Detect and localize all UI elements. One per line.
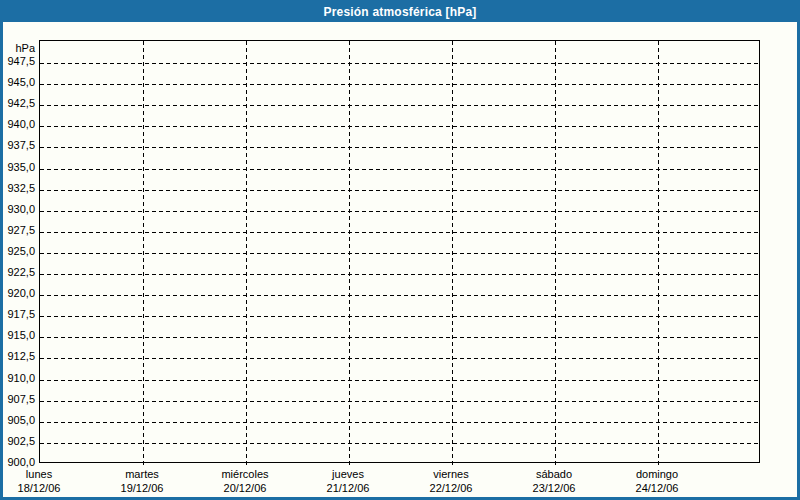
h-gridline: [40, 316, 759, 317]
day-date: 23/12/06: [502, 482, 606, 495]
y-tick-label: 937,5: [3, 139, 35, 151]
h-gridline: [40, 253, 759, 254]
y-tick-label: 940,0: [3, 118, 35, 130]
x-tick-label: jueves21/12/06: [296, 468, 400, 495]
day-name: viernes: [399, 468, 503, 481]
y-tick-label: 905,0: [3, 414, 35, 426]
y-tick-label: 945,0: [3, 76, 35, 88]
pressure-chart-widget: Presión atmosférica [hPa] hPa 947,5945,0…: [0, 0, 800, 500]
h-gridline: [40, 147, 759, 148]
x-tick-label: martes19/12/06: [90, 468, 194, 495]
y-tick-label: 917,5: [3, 308, 35, 320]
x-tick-label: viernes22/12/06: [399, 468, 503, 495]
y-tick-label: 947,5: [3, 55, 35, 67]
chart-title: Presión atmosférica [hPa]: [323, 5, 476, 19]
day-name: martes: [90, 468, 194, 481]
h-gridline: [40, 105, 759, 106]
v-gridline: [349, 41, 350, 468]
y-tick-label: 925,0: [3, 245, 35, 257]
v-gridline: [658, 41, 659, 468]
h-gridline: [40, 422, 759, 423]
chart-area: hPa 947,5945,0942,5940,0937,5935,0932,59…: [3, 22, 797, 497]
day-date: 19/12/06: [90, 482, 194, 495]
y-tick-label: 922,5: [3, 266, 35, 278]
y-tick-label: 942,5: [3, 97, 35, 109]
h-gridline: [40, 337, 759, 338]
y-tick-label: 927,5: [3, 224, 35, 236]
h-gridline: [40, 63, 759, 64]
x-tick-label: miércoles20/12/06: [193, 468, 297, 495]
day-date: 21/12/06: [296, 482, 400, 495]
y-tick-label: 912,5: [3, 350, 35, 362]
h-gridline: [40, 295, 759, 296]
h-gridline: [40, 443, 759, 444]
y-tick-label: 930,0: [3, 203, 35, 215]
y-tick-label: 920,0: [3, 287, 35, 299]
y-tick-label: 935,0: [3, 161, 35, 173]
day-date: 24/12/06: [605, 482, 709, 495]
chart-title-bar: Presión atmosférica [hPa]: [3, 3, 797, 22]
h-gridline: [40, 190, 759, 191]
x-tick-label: domingo24/12/06: [605, 468, 709, 495]
v-gridline: [555, 41, 556, 468]
day-date: 20/12/06: [193, 482, 297, 495]
y-tick-label: 900,0: [3, 456, 35, 468]
plot-area: [39, 40, 760, 463]
v-gridline: [452, 41, 453, 468]
day-name: sábado: [502, 468, 606, 481]
h-gridline: [40, 274, 759, 275]
day-date: 18/12/06: [0, 482, 91, 495]
h-gridline: [40, 358, 759, 359]
y-tick-label: 910,0: [3, 372, 35, 384]
h-gridline: [40, 380, 759, 381]
h-gridline: [40, 211, 759, 212]
h-gridline: [40, 401, 759, 402]
day-name: domingo: [605, 468, 709, 481]
day-date: 22/12/06: [399, 482, 503, 495]
x-tick-label: lunes18/12/06: [0, 468, 91, 495]
y-tick-label: 932,5: [3, 182, 35, 194]
x-tick-label: sábado23/12/06: [502, 468, 606, 495]
v-gridline: [143, 41, 144, 468]
day-name: jueves: [296, 468, 400, 481]
h-gridline: [40, 232, 759, 233]
y-axis-unit-label: hPa: [3, 42, 35, 54]
y-tick-label: 907,5: [3, 393, 35, 405]
day-name: lunes: [0, 468, 91, 481]
h-gridline: [40, 169, 759, 170]
day-name: miércoles: [193, 468, 297, 481]
v-gridline: [246, 41, 247, 468]
y-tick-label: 915,0: [3, 329, 35, 341]
y-tick-label: 902,5: [3, 435, 35, 447]
h-gridline: [40, 84, 759, 85]
h-gridline: [40, 126, 759, 127]
